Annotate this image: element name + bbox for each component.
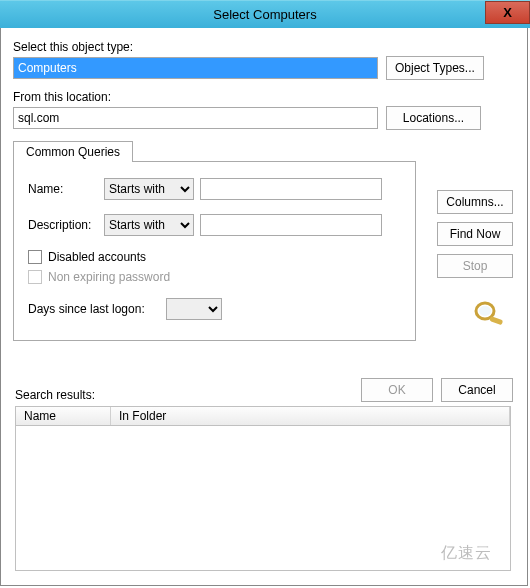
ok-cancel-row: OK Cancel	[361, 378, 513, 402]
results-body[interactable]: 亿速云	[15, 426, 511, 571]
name-input[interactable]	[200, 178, 382, 200]
search-results-label: Search results:	[15, 388, 95, 402]
object-type-input[interactable]	[13, 57, 378, 79]
location-label: From this location:	[13, 90, 515, 104]
columns-button[interactable]: Columns...	[437, 190, 513, 214]
days-select[interactable]	[166, 298, 222, 320]
close-icon: X	[503, 5, 512, 20]
non-expiring-row: Non expiring password	[28, 270, 401, 284]
locations-button[interactable]: Locations...	[386, 106, 481, 130]
close-button[interactable]: X	[485, 1, 530, 24]
magnifier-icon	[471, 300, 505, 326]
non-expiring-checkbox	[28, 270, 42, 284]
stop-button[interactable]: Stop	[437, 254, 513, 278]
svg-point-2	[479, 306, 491, 316]
description-input[interactable]	[200, 214, 382, 236]
results-header: Name In Folder	[15, 406, 511, 426]
svg-rect-1	[489, 316, 503, 325]
description-label: Description:	[28, 218, 104, 232]
find-now-button[interactable]: Find Now	[437, 222, 513, 246]
disabled-accounts-label: Disabled accounts	[48, 250, 146, 264]
location-input[interactable]	[13, 107, 378, 129]
days-row: Days since last logon:	[28, 298, 401, 320]
ok-button[interactable]: OK	[361, 378, 433, 402]
disabled-accounts-checkbox[interactable]	[28, 250, 42, 264]
name-row: Name: Starts with	[28, 178, 401, 200]
column-name[interactable]: Name	[16, 407, 111, 425]
tab-content: Name: Starts with Description: Starts wi…	[13, 161, 416, 341]
non-expiring-label: Non expiring password	[48, 270, 170, 284]
titlebar: Select Computers X	[0, 0, 530, 28]
side-buttons: Columns... Find Now Stop	[437, 190, 513, 278]
object-types-button[interactable]: Object Types...	[386, 56, 484, 80]
description-match-select[interactable]: Starts with	[104, 214, 194, 236]
location-row: Locations...	[13, 106, 515, 130]
name-label: Name:	[28, 182, 104, 196]
tab-common-queries[interactable]: Common Queries	[13, 141, 133, 162]
disabled-accounts-row: Disabled accounts	[28, 250, 401, 264]
name-match-select[interactable]: Starts with	[104, 178, 194, 200]
window-title: Select Computers	[0, 7, 530, 22]
cancel-button[interactable]: Cancel	[441, 378, 513, 402]
object-type-label: Select this object type:	[13, 40, 515, 54]
object-type-row: Object Types...	[13, 56, 515, 80]
watermark: 亿速云	[441, 543, 492, 564]
dialog-body: Select this object type: Object Types...…	[0, 28, 528, 586]
days-label: Days since last logon:	[28, 302, 166, 316]
tab-header: Common Queries	[13, 140, 515, 161]
description-row: Description: Starts with	[28, 214, 401, 236]
column-in-folder[interactable]: In Folder	[111, 407, 510, 425]
